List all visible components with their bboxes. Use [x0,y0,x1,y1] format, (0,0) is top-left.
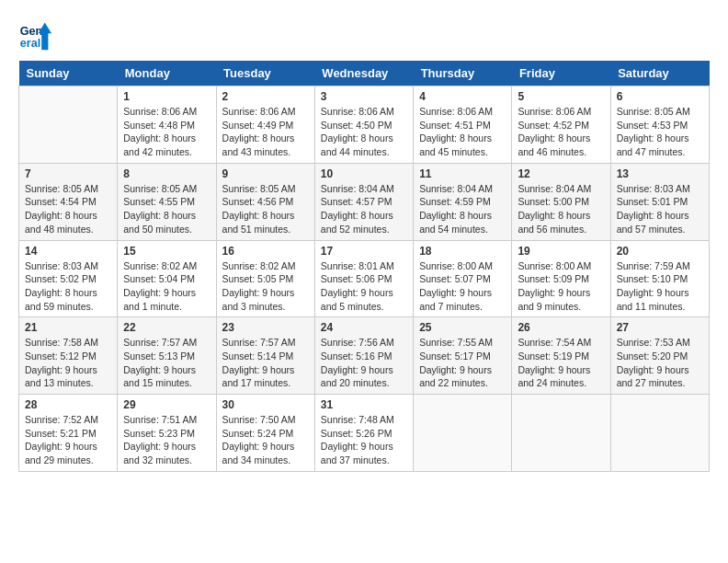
day-info: Sunrise: 7:51 AMSunset: 5:23 PMDaylight:… [123,413,210,467]
day-info: Sunrise: 7:54 AMSunset: 5:19 PMDaylight:… [518,336,604,390]
day-number: 23 [222,321,309,334]
calendar-table: SundayMondayTuesdayWednesdayThursdayFrid… [18,61,710,472]
day-info: Sunrise: 7:48 AMSunset: 5:26 PMDaylight:… [321,413,407,467]
day-number: 9 [222,167,309,180]
day-cell: 5Sunrise: 8:06 AMSunset: 4:52 PMDaylight… [512,86,610,164]
day-header-saturday: Saturday [610,61,709,86]
day-info: Sunrise: 8:05 AMSunset: 4:56 PMDaylight:… [222,182,309,236]
day-info: Sunrise: 7:56 AMSunset: 5:16 PMDaylight:… [321,336,407,390]
day-info: Sunrise: 8:05 AMSunset: 4:55 PMDaylight:… [123,182,210,236]
day-info: Sunrise: 7:58 AMSunset: 5:12 PMDaylight:… [25,336,111,390]
day-number: 29 [123,398,210,411]
day-number: 17 [321,245,407,258]
day-number: 7 [25,167,111,180]
day-header-sunday: Sunday [19,61,118,86]
day-number: 28 [25,398,111,411]
day-number: 19 [518,245,604,258]
day-number: 12 [518,167,604,180]
day-cell: 16Sunrise: 8:02 AMSunset: 5:05 PMDayligh… [216,240,314,317]
week-row-5: 28Sunrise: 7:52 AMSunset: 5:21 PMDayligh… [19,395,710,472]
day-number: 8 [123,167,210,180]
svg-text:eral: eral [20,37,40,50]
day-info: Sunrise: 8:06 AMSunset: 4:50 PMDaylight:… [321,105,407,159]
day-info: Sunrise: 8:02 AMSunset: 5:05 PMDaylight:… [222,259,309,314]
week-row-4: 21Sunrise: 7:58 AMSunset: 5:12 PMDayligh… [19,317,710,395]
day-cell: 4Sunrise: 8:06 AMSunset: 4:51 PMDaylight… [414,86,512,164]
day-number: 27 [617,321,703,334]
day-info: Sunrise: 7:57 AMSunset: 5:14 PMDaylight:… [222,336,309,390]
day-cell: 8Sunrise: 8:05 AMSunset: 4:55 PMDaylight… [118,163,216,240]
day-cell: 30Sunrise: 7:50 AMSunset: 5:24 PMDayligh… [216,395,314,472]
day-cell: 9Sunrise: 8:05 AMSunset: 4:56 PMDaylight… [216,163,314,240]
logo-icon: Gen eral [18,18,51,52]
day-number: 4 [419,90,506,103]
day-number: 20 [617,245,703,258]
day-info: Sunrise: 8:02 AMSunset: 5:04 PMDaylight:… [123,259,210,314]
day-info: Sunrise: 8:00 AMSunset: 5:07 PMDaylight:… [419,259,506,314]
day-cell [512,395,610,472]
day-number: 6 [617,90,703,103]
day-info: Sunrise: 8:04 AMSunset: 4:59 PMDaylight:… [419,182,506,236]
day-number: 1 [123,90,210,103]
day-info: Sunrise: 8:04 AMSunset: 5:00 PMDaylight:… [518,182,604,236]
day-info: Sunrise: 7:55 AMSunset: 5:17 PMDaylight:… [419,336,506,390]
day-cell: 18Sunrise: 8:00 AMSunset: 5:07 PMDayligh… [414,240,512,317]
day-cell: 13Sunrise: 8:03 AMSunset: 5:01 PMDayligh… [610,163,709,240]
day-cell: 23Sunrise: 7:57 AMSunset: 5:14 PMDayligh… [216,317,314,395]
day-header-monday: Monday [118,61,216,86]
day-info: Sunrise: 8:06 AMSunset: 4:49 PMDaylight:… [222,105,309,159]
day-number: 15 [123,245,210,258]
day-cell: 22Sunrise: 7:57 AMSunset: 5:13 PMDayligh… [118,317,216,395]
day-cell: 21Sunrise: 7:58 AMSunset: 5:12 PMDayligh… [19,317,118,395]
day-info: Sunrise: 7:50 AMSunset: 5:24 PMDaylight:… [222,413,309,467]
day-info: Sunrise: 7:52 AMSunset: 5:21 PMDaylight:… [25,413,111,467]
day-cell: 25Sunrise: 7:55 AMSunset: 5:17 PMDayligh… [414,317,512,395]
day-number: 26 [518,321,604,334]
day-cell: 15Sunrise: 8:02 AMSunset: 5:04 PMDayligh… [118,240,216,317]
day-cell: 6Sunrise: 8:05 AMSunset: 4:53 PMDaylight… [610,86,709,164]
day-info: Sunrise: 8:06 AMSunset: 4:48 PMDaylight:… [123,105,210,159]
day-cell: 29Sunrise: 7:51 AMSunset: 5:23 PMDayligh… [118,395,216,472]
day-info: Sunrise: 8:06 AMSunset: 4:52 PMDaylight:… [518,105,604,159]
calendar-header-row: SundayMondayTuesdayWednesdayThursdayFrid… [19,61,710,86]
day-cell: 26Sunrise: 7:54 AMSunset: 5:19 PMDayligh… [512,317,610,395]
day-cell: 20Sunrise: 7:59 AMSunset: 5:10 PMDayligh… [610,240,709,317]
day-header-friday: Friday [512,61,610,86]
day-cell: 2Sunrise: 8:06 AMSunset: 4:49 PMDaylight… [216,86,314,164]
day-cell: 12Sunrise: 8:04 AMSunset: 5:00 PMDayligh… [512,163,610,240]
day-info: Sunrise: 8:03 AMSunset: 5:01 PMDaylight:… [617,182,703,236]
day-cell: 28Sunrise: 7:52 AMSunset: 5:21 PMDayligh… [19,395,118,472]
day-info: Sunrise: 8:04 AMSunset: 4:57 PMDaylight:… [321,182,407,236]
day-number: 22 [123,321,210,334]
page-header: Gen eral [18,18,710,52]
day-number: 5 [518,90,604,103]
day-info: Sunrise: 8:00 AMSunset: 5:09 PMDaylight:… [518,259,604,314]
day-number: 16 [222,245,309,258]
day-number: 3 [321,90,407,103]
day-info: Sunrise: 8:05 AMSunset: 4:53 PMDaylight:… [617,105,703,159]
day-number: 13 [617,167,703,180]
day-cell [414,395,512,472]
logo: Gen eral [18,18,55,52]
day-number: 11 [419,167,506,180]
day-number: 21 [25,321,111,334]
day-info: Sunrise: 7:53 AMSunset: 5:20 PMDaylight:… [617,336,703,390]
day-number: 18 [419,245,506,258]
day-cell: 24Sunrise: 7:56 AMSunset: 5:16 PMDayligh… [314,317,413,395]
day-number: 10 [321,167,407,180]
day-cell: 31Sunrise: 7:48 AMSunset: 5:26 PMDayligh… [314,395,413,472]
day-cell: 1Sunrise: 8:06 AMSunset: 4:48 PMDaylight… [118,86,216,164]
day-cell: 27Sunrise: 7:53 AMSunset: 5:20 PMDayligh… [610,317,709,395]
day-cell [19,86,118,164]
week-row-2: 7Sunrise: 8:05 AMSunset: 4:54 PMDaylight… [19,163,710,240]
day-cell: 17Sunrise: 8:01 AMSunset: 5:06 PMDayligh… [314,240,413,317]
day-cell: 10Sunrise: 8:04 AMSunset: 4:57 PMDayligh… [314,163,413,240]
day-info: Sunrise: 8:01 AMSunset: 5:06 PMDaylight:… [321,259,407,314]
day-info: Sunrise: 7:59 AMSunset: 5:10 PMDaylight:… [617,259,703,314]
day-number: 31 [321,398,407,411]
day-cell [610,395,709,472]
day-cell: 14Sunrise: 8:03 AMSunset: 5:02 PMDayligh… [19,240,118,317]
day-header-tuesday: Tuesday [216,61,314,86]
day-info: Sunrise: 7:57 AMSunset: 5:13 PMDaylight:… [123,336,210,390]
day-header-wednesday: Wednesday [314,61,413,86]
